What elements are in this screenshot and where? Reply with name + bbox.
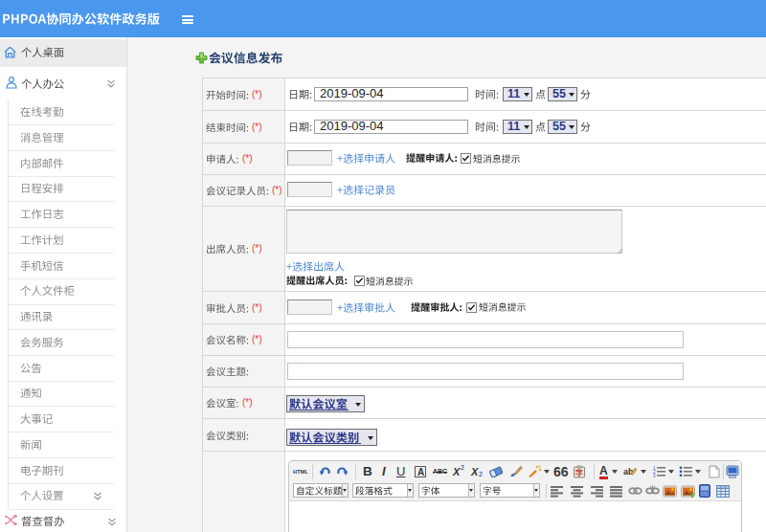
svg-text:字: 字 xyxy=(575,468,583,477)
svg-text:3: 3 xyxy=(653,474,656,477)
